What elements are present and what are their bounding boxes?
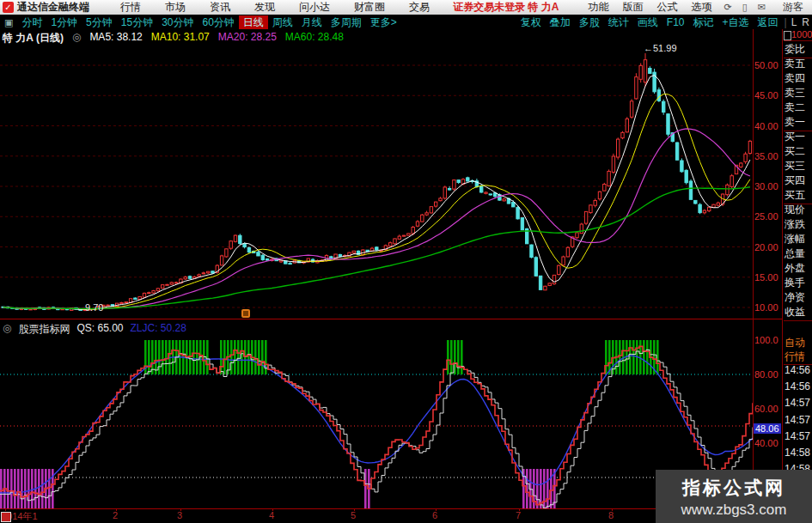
quote-separator [784, 131, 812, 131]
menu-items: 行情市场资讯发现问小达财富圈交易 [108, 0, 442, 15]
month-label: 4 [269, 510, 274, 520]
quote-mode-label[interactable]: 行情 [785, 350, 805, 363]
month-label: 2 [113, 510, 118, 520]
quote-label: 买一 [785, 131, 805, 143]
quote-label: 买四 [785, 174, 805, 187]
toolbar-button[interactable]: 画线 [633, 15, 662, 29]
toolbar-button[interactable]: 返回 [754, 15, 783, 29]
timeframe-toolbar: ▣ 分时1分钟5分钟15分钟30分钟60分钟日线周线月线多周期更多> 复权叠加多… [0, 15, 812, 30]
timeframe-button[interactable]: 60分钟 [198, 15, 239, 29]
indicator-extra-value: ZLJC: 50.28 [131, 322, 186, 337]
chart-workspace: 特 力A (日线) ◎ MA5: 38.12MA10: 31.07MA20: 2… [0, 29, 812, 523]
event-marker-icon[interactable] [241, 309, 250, 318]
menu-icons: ⟳▯✉ [719, 0, 772, 15]
indicator-tick: 60.00 [754, 404, 778, 414]
chart-title-row: 特 力A (日线) ◎ MA5: 38.12MA10: 31.07MA20: 2… [3, 31, 344, 46]
price-tick: 15.00 [754, 272, 778, 283]
watermark-url: www.zbgs3.com [656, 502, 812, 519]
app-logo-icon: ✓ [3, 2, 14, 13]
timeframe-button[interactable]: 分时 [17, 15, 46, 29]
price-tick: 20.00 [754, 242, 778, 252]
symbol-label[interactable]: 特 力A (日线) [3, 31, 64, 46]
layout-button-r[interactable]: R [799, 15, 812, 29]
toolbar-button[interactable]: 多股 [575, 15, 604, 29]
indicator-name[interactable]: 股票指标网 [18, 322, 70, 337]
month-tick [5, 508, 6, 511]
price-tick: 35.00 [754, 151, 778, 161]
indicator-tick: 80.00 [754, 369, 778, 380]
quote-panel-header: 1000 [791, 29, 812, 40]
indicator-header: ◎ 股票指标网 QS: 65.00 ZLJC: 50.28 [3, 322, 186, 337]
timeframe-button[interactable]: 15分钟 [117, 15, 157, 29]
toolbar-button[interactable]: 统计 [604, 15, 633, 29]
month-label: 6 [432, 510, 437, 520]
quote-time: 14:56 [785, 380, 810, 393]
timeframe-button[interactable]: 更多> [366, 15, 401, 29]
menubar-item[interactable]: 版面 [616, 0, 650, 15]
menu-right-items: 功能版面公式选项 [582, 0, 719, 15]
timeframe-buttons: 分时1分钟5分钟15分钟30分钟60分钟日线周线月线多周期更多> [17, 15, 400, 29]
timeframe-button[interactable]: 月线 [297, 15, 327, 29]
refresh-icon[interactable]: ⟳ [719, 0, 737, 15]
timeframe-button[interactable]: 30分钟 [157, 15, 198, 29]
menubar-item[interactable]: 问小达 [287, 0, 342, 15]
toolbar-button[interactable]: 标记 [689, 15, 718, 29]
candlestick-chart[interactable] [0, 29, 753, 319]
quote-label: 净资 [785, 291, 805, 304]
quote-label: 卖五 [785, 58, 805, 70]
quote-label: 卖三 [785, 87, 805, 100]
menubar-item[interactable]: 财富圈 [342, 0, 397, 15]
menubar-item[interactable]: 发现 [242, 0, 287, 15]
quote-label: 买五 [785, 189, 805, 202]
timeframe-button[interactable]: 周线 [268, 15, 297, 29]
month-label: 5 [351, 510, 356, 520]
price-tick: 30.00 [754, 181, 778, 192]
corner-icon[interactable] [1, 512, 11, 522]
app-title: 通达信金融终端 [17, 0, 89, 15]
mobile-icon[interactable]: ▯ [737, 0, 753, 15]
menubar-item[interactable]: 公式 [650, 0, 685, 15]
toolbar-button[interactable]: F10 [662, 15, 689, 29]
indicator-settings-icon[interactable]: ◎ [72, 31, 81, 46]
quote-separator [784, 204, 812, 204]
indicator-value-badge: 48.06 [754, 423, 781, 434]
quote-time: 14:56 [785, 364, 810, 377]
toolbar-button[interactable]: +自选 [718, 15, 754, 29]
auto-mode-label[interactable]: 自动 [785, 337, 805, 350]
toolbar-button[interactable]: 复权 [516, 15, 546, 29]
month-tick [519, 508, 520, 511]
login-alert: 证券交易未登录 特 力A [453, 0, 559, 15]
toolbar-button[interactable]: 叠加 [546, 15, 575, 29]
menubar-item[interactable]: 功能 [582, 0, 616, 15]
timeframe-button[interactable]: 日线 [239, 15, 268, 29]
month-label: 7 [516, 510, 521, 520]
menubar-item[interactable]: 选项 [685, 0, 719, 15]
layout-button-l[interactable]: L [789, 15, 800, 29]
mail-icon[interactable]: ✉ [753, 0, 771, 15]
ma-label: MA60: 28.48 [285, 31, 344, 46]
window-icon[interactable]: ▣ [0, 15, 17, 29]
price-tick: 10.00 [754, 302, 778, 313]
menubar-item[interactable]: 行情 [108, 0, 153, 15]
timeframe-button[interactable]: 1分钟 [46, 15, 82, 29]
menubar-item[interactable]: 资讯 [198, 0, 242, 15]
menubar-item[interactable]: 市场 [153, 0, 198, 15]
ma-label: MA10: 31.07 [151, 31, 210, 46]
ma-label: MA5: 38.12 [89, 31, 142, 46]
month-tick [436, 508, 437, 511]
ma-legend: MA5: 38.12MA10: 31.07MA20: 28.25MA60: 28… [89, 31, 344, 46]
price-tick: 45.00 [754, 90, 778, 100]
user-label[interactable]: 游客 [783, 0, 803, 15]
menubar-item[interactable]: 交易 [397, 0, 442, 15]
quote-label: 卖四 [785, 72, 805, 85]
quote-label: 外盘 [785, 262, 805, 275]
quote-panel[interactable]: 1000 委比卖五卖四卖三卖二卖一买一买二买三买四买五现价涨跌涨幅总量外盘换手净… [784, 29, 812, 523]
panel-divider [0, 319, 783, 319]
indicator-chart[interactable] [0, 319, 753, 508]
timeframe-button[interactable]: 多周期 [327, 15, 366, 29]
layout-box-icon[interactable] [784, 31, 791, 40]
indicator-icon[interactable]: ◎ [3, 322, 11, 337]
timeframe-button[interactable]: 5分钟 [82, 15, 117, 29]
quote-label: 委比 [785, 43, 805, 56]
quote-separator [784, 58, 812, 58]
